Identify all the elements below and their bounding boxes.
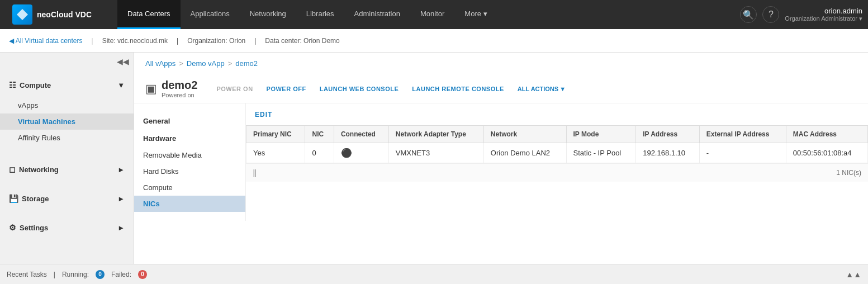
vm-status: Powered on: [162, 92, 197, 98]
panel-item-compute[interactable]: Compute: [134, 179, 245, 196]
sidebar-settings-header[interactable]: ⚙ Settings ►: [0, 219, 134, 236]
inner-breadcrumb-demovapp[interactable]: Demo vApp: [187, 59, 225, 68]
collapse-sidebar-button[interactable]: ◀◀: [117, 57, 129, 66]
cell-primary-nic: Yes: [246, 143, 305, 163]
top-nav: neoCloud VDC Data Centers Applications N…: [0, 0, 868, 29]
cell-nic: 0: [305, 143, 334, 163]
edit-bar: EDIT: [246, 103, 868, 125]
sidebar-item-vms[interactable]: Virtual Machines: [0, 113, 134, 130]
sidebar-item-affinity-rules[interactable]: Affinity Rules: [0, 130, 134, 146]
nav-item-monitor[interactable]: Monitor: [410, 0, 454, 29]
all-actions-button[interactable]: ALL ACTIONS ▼: [512, 82, 571, 96]
nav-item-more[interactable]: More ▾: [454, 0, 497, 29]
search-icon[interactable]: 🔍: [740, 6, 757, 23]
all-actions-label: ALL ACTIONS: [518, 86, 558, 92]
nav-item-libraries[interactable]: Libraries: [296, 0, 344, 29]
user-info[interactable]: orion.admin Organization Administrator ▾: [785, 7, 862, 22]
breadcrumb-bar: ◀ All Virtual data centers | Site: vdc.n…: [0, 29, 868, 53]
sidebar-section-settings: ⚙ Settings ►: [0, 213, 134, 242]
vm-name-group: demo2 Powered on: [162, 79, 197, 98]
breadcrumb-dc: Data center: Orion Demo: [265, 37, 339, 45]
all-actions-chevron-icon: ▼: [559, 86, 566, 92]
networking-chevron-icon: ►: [117, 165, 125, 174]
storage-label: Storage: [22, 195, 49, 203]
svg-marker-0: [17, 9, 28, 20]
nav-items: Data Centers Applications Networking Lib…: [117, 0, 497, 29]
col-ip-address: IP Address: [636, 126, 700, 143]
settings-chevron-icon: ►: [117, 224, 125, 232]
sidebar-compute-header[interactable]: ☷ Compute ▼: [0, 76, 134, 94]
vm-title-area: ▣ demo2 Powered on: [145, 79, 197, 98]
nic-table-header-row: Primary NIC NIC Connected Network Adapte…: [246, 126, 868, 143]
inner-breadcrumb-current: demo2: [235, 59, 258, 68]
col-connected: Connected: [334, 126, 388, 143]
col-external-ip: External IP Address: [699, 126, 786, 143]
vm-monitor-icon: ▣: [145, 82, 157, 96]
col-primary-nic: Primary NIC: [246, 126, 305, 143]
connected-icon: ⚫: [341, 148, 352, 158]
cell-network: Orion Demo LAN2: [483, 143, 566, 163]
launch-web-console-button[interactable]: LAUNCH WEB CONSOLE: [314, 82, 405, 96]
networking-label: Networking: [19, 165, 59, 174]
table-footer-icon: ‖: [253, 168, 257, 177]
storage-chevron-icon: ►: [117, 195, 125, 203]
inner-breadcrumb-vapps[interactable]: All vApps: [145, 59, 176, 68]
nav-item-networking[interactable]: Networking: [240, 0, 296, 29]
panel-item-removable-media[interactable]: Removable Media: [134, 147, 245, 163]
cell-adapter-type: VMXNET3: [388, 143, 483, 163]
sidebar-networking-header[interactable]: ◻ Networking ►: [0, 160, 134, 178]
nav-right: 🔍 ? orion.admin Organization Administrat…: [740, 6, 862, 23]
panel-item-nics[interactable]: NICs: [134, 196, 245, 212]
inner-breadcrumb-sep2: >: [228, 59, 233, 68]
sidebar-section-networking: ◻ Networking ►: [0, 155, 134, 184]
breadcrumb-divider-2: |: [177, 37, 178, 45]
compute-subsection: vApps Virtual Machines Affinity Rules: [0, 94, 134, 149]
username: orion.admin: [785, 7, 862, 15]
help-icon[interactable]: ?: [762, 6, 779, 23]
storage-icon: 💾: [9, 194, 18, 203]
sidebar-section-storage: 💾 Storage ►: [0, 184, 134, 213]
nav-item-administration[interactable]: Administration: [344, 0, 410, 29]
panels: General Hardware Removable Media Hard Di…: [134, 103, 868, 221]
table-row: Yes 0 ⚫ VMXNET3 Orion Demo LAN2 Static -…: [246, 143, 868, 163]
nic-table: Primary NIC NIC Connected Network Adapte…: [246, 125, 868, 163]
col-ip-mode: IP Mode: [566, 126, 636, 143]
launch-remote-console-button[interactable]: LAUNCH REMOTE CONSOLE: [406, 82, 510, 96]
sidebar-section-compute: ☷ Compute ▼ vApps Virtual Machines Affin…: [0, 70, 134, 155]
general-section-title: General: [134, 112, 245, 130]
sidebar-storage-header[interactable]: 💾 Storage ►: [0, 190, 134, 207]
logo-area: neoCloud VDC: [6, 4, 117, 25]
col-nic: NIC: [305, 126, 334, 143]
inner-breadcrumb-sep1: >: [179, 59, 183, 68]
main-layout: ◀◀ ☷ Compute ▼ vApps Virtual Machines Af…: [0, 53, 868, 264]
logo-text: neoCloud VDC: [37, 10, 92, 19]
nav-item-datacenters[interactable]: Data Centers: [117, 0, 181, 29]
compute-label: Compute: [20, 81, 51, 89]
table-footer: ‖ 1 NIC(s): [246, 163, 868, 182]
edit-button[interactable]: EDIT: [255, 111, 272, 119]
vm-actions: POWER ON POWER OFF LAUNCH WEB CONSOLE LA…: [211, 82, 571, 96]
cell-connected: ⚫: [334, 143, 388, 163]
sidebar-collapse: ◀◀: [0, 53, 134, 70]
breadcrumb-info: Site: vdc.neocloud.mk | Organization: Or…: [102, 37, 340, 45]
nav-item-applications[interactable]: Applications: [181, 0, 240, 29]
settings-label: Settings: [20, 224, 48, 232]
logo-icon: [12, 4, 32, 25]
sidebar-item-vapps[interactable]: vApps: [0, 97, 134, 113]
col-network: Network: [483, 126, 566, 143]
inner-breadcrumb: All vApps > Demo vApp > demo2: [134, 53, 868, 74]
sidebar: ◀◀ ☷ Compute ▼ vApps Virtual Machines Af…: [0, 53, 134, 264]
hardware-section-title: Hardware: [134, 130, 245, 147]
compute-icon: ☷: [9, 81, 16, 89]
breadcrumb-divider-3: |: [254, 37, 256, 45]
col-adapter-type: Network Adapter Type: [388, 126, 483, 143]
cell-ip-mode: Static - IP Pool: [566, 143, 636, 163]
panel-item-hard-disks[interactable]: Hard Disks: [134, 163, 245, 179]
power-on-button[interactable]: POWER ON: [211, 82, 258, 96]
right-panel: EDIT Primary NIC NIC Connected Network A…: [246, 103, 868, 221]
vm-header: ▣ demo2 Powered on POWER ON POWER OFF LA…: [134, 74, 868, 103]
cell-mac: 00:50:56:01:08:a4: [786, 143, 867, 163]
cell-external-ip: -: [699, 143, 786, 163]
power-off-button[interactable]: POWER OFF: [261, 82, 312, 96]
back-to-vdcs[interactable]: ◀ All Virtual data centers: [9, 37, 83, 45]
